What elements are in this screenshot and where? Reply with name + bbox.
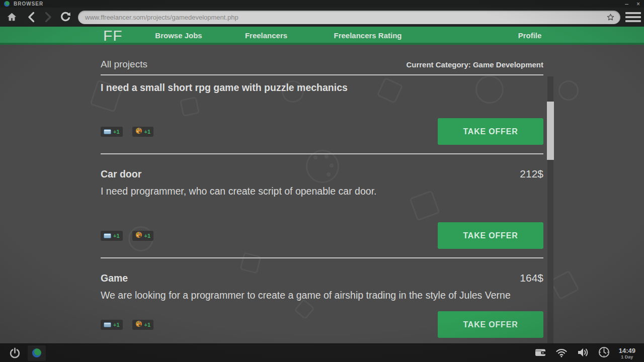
pattern-shape (558, 80, 579, 101)
project-description: We are looking for a programmer to creat… (101, 288, 543, 303)
scrollbar-track[interactable] (547, 76, 553, 343)
clock-time: 14:49 (619, 347, 635, 354)
refresh-icon[interactable] (59, 11, 72, 24)
project-title: I need a small short rpg game with puzzl… (101, 80, 348, 95)
menu-icon[interactable] (625, 12, 641, 22)
take-offer-button[interactable]: TAKE OFFER (438, 311, 543, 338)
skill-reward-badge: +1 (132, 231, 154, 241)
art-skill-icon (135, 320, 142, 329)
coding-skill-icon (104, 322, 111, 327)
skill-reward-badge: +1 (101, 231, 123, 241)
browser-app-globe-icon (4, 1, 10, 7)
clock-icon[interactable] (598, 346, 610, 360)
volume-icon[interactable] (577, 346, 589, 360)
art-skill-icon (135, 231, 142, 240)
minimize-button[interactable]: – (625, 1, 628, 7)
window-title: BROWSER (14, 1, 43, 7)
pattern-shape (549, 270, 580, 300)
taskbar-browser-app-button[interactable] (28, 345, 46, 361)
browser-app-globe-icon (32, 348, 41, 357)
forward-icon[interactable] (42, 11, 54, 23)
skill-reward-value: +1 (113, 322, 120, 328)
wallet-icon[interactable] (534, 346, 546, 360)
skill-reward-badge: +1 (132, 320, 154, 330)
skill-reward-value: +1 (113, 233, 120, 239)
skill-reward-badge: +1 (101, 320, 123, 330)
home-icon[interactable] (6, 12, 18, 23)
site-logo[interactable]: FF (103, 27, 123, 44)
divider (101, 257, 543, 258)
power-icon[interactable] (9, 347, 21, 359)
skill-reward-value: +1 (144, 233, 151, 239)
site-navbar: FF Browse Jobs Freelancers Freelancers R… (0, 27, 644, 45)
window-titlebar: BROWSER – × (0, 0, 644, 8)
skill-reward-value: +1 (144, 322, 151, 328)
nav-item-freelancers[interactable]: Freelancers (245, 27, 287, 45)
art-skill-icon (135, 127, 142, 136)
divider (101, 153, 543, 154)
nav-item-freelancers-rating[interactable]: Freelancers Rating (334, 27, 401, 45)
project-description: I need programmer, who can create script… (101, 184, 543, 199)
taskbar-clock: 14:49 1 Day (619, 347, 635, 359)
skill-reward-badge: +1 (101, 127, 123, 137)
wifi-icon[interactable] (555, 346, 568, 360)
url-text[interactable]: www.ffreelancer.som/projects/gamedevelop… (85, 14, 606, 21)
system-tray: 14:49 1 Day (534, 344, 635, 362)
project-title: Game (101, 271, 128, 285)
project-price: 164$ (520, 271, 543, 285)
skill-reward-value: +1 (144, 129, 151, 135)
take-offer-button[interactable]: TAKE OFFER (438, 118, 543, 145)
projects-page: All projects Current Category: Game Deve… (101, 47, 543, 338)
skill-reward-value: +1 (113, 129, 120, 135)
project-card: Car door 212$ I need programmer, who can… (101, 167, 543, 258)
game-browser-screen: BROWSER – × www.ffreelancer.som/projects… (0, 0, 644, 362)
coding-skill-icon (104, 129, 111, 134)
current-category-label: Current Category: Game Development (406, 60, 543, 70)
project-card: I need a small short rpg game with puzzl… (101, 80, 543, 154)
project-price: 212$ (520, 167, 543, 181)
page-title: All projects (101, 59, 147, 70)
bookmark-star-icon[interactable] (606, 13, 615, 22)
take-offer-button[interactable]: TAKE OFFER (438, 222, 543, 249)
coding-skill-icon (104, 233, 111, 238)
skill-reward-badge: +1 (132, 127, 154, 137)
browser-toolbar: www.ffreelancer.som/projects/gamedevelop… (0, 8, 644, 27)
divider (101, 74, 543, 75)
nav-item-browse-jobs[interactable]: Browse Jobs (155, 27, 202, 45)
project-card: Game 164$ We are looking for a programme… (101, 271, 543, 338)
back-icon[interactable] (26, 11, 38, 23)
scrollbar-thumb[interactable] (547, 102, 554, 160)
url-bar[interactable]: www.ffreelancer.som/projects/gamedevelop… (78, 11, 620, 24)
taskbar: 14:49 1 Day (0, 343, 644, 362)
clock-day: 1 Day (619, 355, 635, 359)
close-button[interactable]: × (636, 1, 640, 7)
nav-item-profile[interactable]: Profile (518, 27, 542, 45)
project-title: Car door (101, 167, 141, 181)
